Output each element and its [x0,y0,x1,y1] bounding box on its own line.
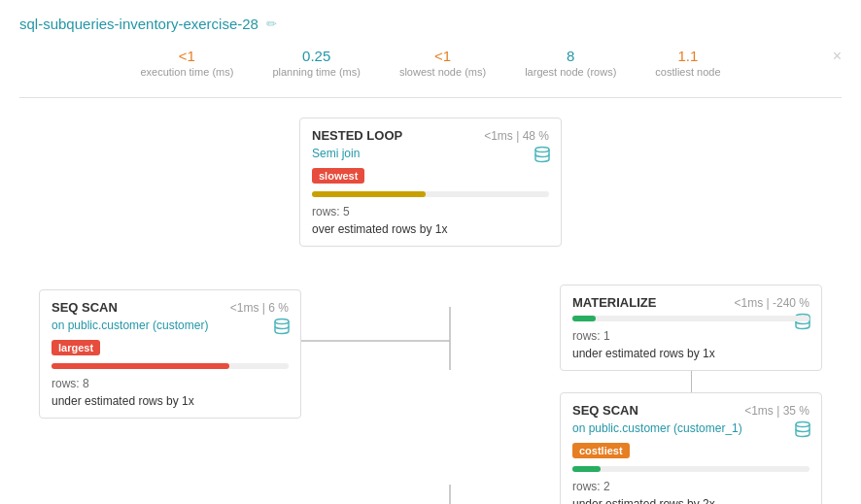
seq-scan-1-header: SEQ SCAN <1ms | 6 % [52,300,289,315]
divider [19,97,842,98]
materialize-stats: <1ms | -240 % [735,296,809,310]
edit-icon[interactable]: ✏ [266,17,277,31]
seq-scan-2-estimate: under estimated rows by 2x [572,497,809,504]
seq-scan-2-title: SEQ SCAN [572,403,638,418]
seq-scan-2-badge: costliest [572,443,630,458]
stat-planning-time-label: planning time (ms) [272,66,360,78]
materialize-header: MATERIALIZE <1ms | -240 % [572,295,809,310]
nested-loop-header: NESTED LOOP <1ms | 48 % [312,128,549,143]
stat-execution-time: <1 execution time (ms) [140,48,233,78]
nested-loop-estimate: over estimated rows by 1x [312,222,549,236]
materialize-node: MATERIALIZE <1ms | -240 % rows: 1 under … [560,285,822,371]
stat-costliest-node-label: costliest node [655,66,720,78]
materialize-estimate: under estimated rows by 1x [572,347,809,360]
seq-scan-2-db-icon [794,420,811,442]
nested-loop-db-icon [534,146,551,167]
stat-largest-node-value: 8 [525,48,616,64]
stat-largest-node: 8 largest node (rows) [525,48,616,78]
stat-slowest-node-value: <1 [399,48,486,64]
seq-scan-1-badge: largest [52,340,100,355]
svg-point-6 [275,319,289,324]
seq-scan-1-progress [52,363,289,369]
stat-costliest-node-value: 1.1 [655,48,720,64]
seq-scan-1-title: SEQ SCAN [52,300,118,315]
nested-loop-progress [312,191,549,197]
svg-point-8 [796,422,809,427]
materialize-progress [572,316,809,321]
seq-scan-2-subtitle: on public.customer (customer_1) [572,421,809,435]
seq-scan-1-stats: <1ms | 6 % [230,301,289,315]
stat-largest-node-label: largest node (rows) [525,66,616,78]
stat-execution-time-label: execution time (ms) [140,66,233,78]
page-title: sql-subqueries-inventory-exercise-28 [19,16,258,32]
nested-loop-stats: <1ms | 48 % [484,129,549,143]
seq-scan-2-header: SEQ SCAN <1ms | 35 % [572,403,809,418]
stat-planning-time-value: 0.25 [272,48,360,64]
seq-scan-1-estimate: under estimated rows by 1x [52,394,289,408]
seq-scan-1-node: SEQ SCAN <1ms | 6 % on public.customer (… [39,289,301,419]
materialize-to-seqscan2-connector [691,371,692,392]
nested-loop-rows: rows: 5 [312,205,549,218]
stat-slowest-node-label: slowest node (ms) [399,66,486,78]
seq-scan-1-db-icon [273,318,291,339]
nested-loop-node: NESTED LOOP <1ms | 48 % Semi join slowes… [299,118,562,247]
nested-loop-badge: slowest [312,168,364,184]
svg-point-5 [535,148,549,152]
nested-loop-subtitle: Semi join [312,147,549,160]
stat-slowest-node: <1 slowest node (ms) [399,48,486,78]
seq-scan-2-rows: rows: 2 [572,480,809,493]
seq-scan-1-subtitle: on public.customer (customer) [52,319,289,332]
stat-costliest-node: 1.1 costliest node [655,48,720,78]
materialize-title: MATERIALIZE [572,295,656,310]
seq-scan-2-progress [572,466,809,472]
stat-planning-time: 0.25 planning time (ms) [272,48,360,78]
materialize-rows: rows: 1 [572,329,809,343]
close-button[interactable]: × [833,48,842,65]
stat-execution-time-value: <1 [140,48,233,64]
seq-scan-2-node: SEQ SCAN <1ms | 35 % on public.customer … [560,392,822,504]
stats-bar: <1 execution time (ms) 0.25 planning tim… [19,48,842,78]
nested-loop-title: NESTED LOOP [312,128,402,143]
page-header: sql-subqueries-inventory-exercise-28 ✏ [19,16,842,32]
seq-scan-2-stats: <1ms | 35 % [744,404,809,418]
seq-scan-1-rows: rows: 8 [52,377,289,390]
